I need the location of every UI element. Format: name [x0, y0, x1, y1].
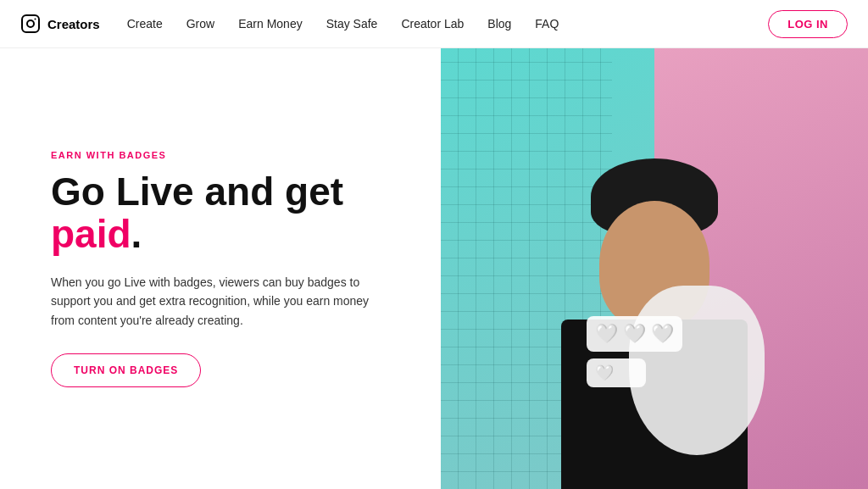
- turn-on-badges-button[interactable]: TURN ON BADGES: [51, 353, 201, 387]
- svg-point-2: [35, 19, 36, 20]
- nav-stay-safe[interactable]: Stay Safe: [326, 17, 378, 31]
- svg-rect-0: [22, 15, 39, 32]
- nav-faq[interactable]: FAQ: [535, 17, 559, 31]
- heart-icon-2: 🤍: [623, 323, 646, 345]
- nav-links: Create Grow Earn Money Stay Safe Creator…: [127, 17, 769, 31]
- heart-badges-overlay: 🤍 🤍 🤍 🤍: [587, 316, 682, 387]
- hero-title-paid: paid: [51, 212, 131, 256]
- nav-blog[interactable]: Blog: [487, 17, 511, 31]
- hero-description: When you go Live with badges, viewers ca…: [51, 273, 373, 330]
- hero-left-panel: EARN WITH BADGES Go Live and get paid. W…: [0, 48, 441, 489]
- nav-create[interactable]: Create: [127, 17, 163, 31]
- heart-icon-3: 🤍: [651, 323, 674, 345]
- heart-row-large: 🤍 🤍 🤍: [587, 316, 682, 352]
- brand-label: Creators: [47, 17, 100, 31]
- earn-badge-label: EARN WITH BADGES: [51, 150, 390, 160]
- navbar: Creators Create Grow Earn Money Stay Saf…: [0, 0, 868, 48]
- hero-title: Go Live and get paid.: [51, 170, 390, 256]
- heart-icon-4: 🤍: [595, 364, 614, 382]
- hero-title-line1: Go Live and get: [51, 169, 343, 214]
- nav-earn-money[interactable]: Earn Money: [238, 17, 302, 31]
- hero-right-panel: 🤍 🤍 🤍 🤍: [441, 48, 868, 489]
- nav-actions: LOG IN: [768, 10, 848, 38]
- heart-icon-1: 🤍: [595, 323, 618, 345]
- brand-link[interactable]: Creators: [20, 14, 100, 34]
- nav-creator-lab[interactable]: Creator Lab: [401, 17, 464, 31]
- nav-grow[interactable]: Grow: [186, 17, 214, 31]
- hero-image: 🤍 🤍 🤍 🤍: [441, 48, 868, 489]
- main-content: EARN WITH BADGES Go Live and get paid. W…: [0, 48, 868, 489]
- instagram-icon: [20, 14, 41, 34]
- heart-row-small: 🤍: [587, 358, 646, 387]
- svg-point-1: [27, 20, 34, 27]
- hero-title-period: .: [131, 212, 142, 256]
- login-button[interactable]: LOG IN: [768, 10, 848, 38]
